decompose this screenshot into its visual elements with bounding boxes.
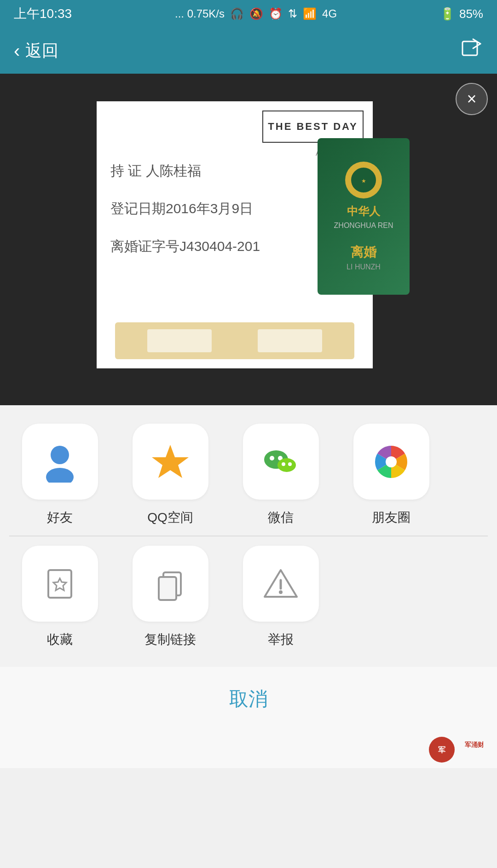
moments-icon-box <box>353 424 429 500</box>
share-icon <box>460 37 483 60</box>
main-card: THE BEST DAY APP: 爱分享 持 证 人陈桂福 登记日期2016年… <box>97 101 373 368</box>
svg-rect-16 <box>159 577 176 600</box>
svg-point-9 <box>277 458 296 472</box>
report-icon <box>262 565 299 602</box>
doc-line-2: 登记日期2016年3月9日 <box>110 199 281 218</box>
qq-icon-box <box>133 424 208 500</box>
share-item-wechat[interactable]: 微信 <box>230 424 331 526</box>
copy-icon-box <box>133 546 208 622</box>
copy-icon <box>152 565 189 602</box>
wechat-icon <box>260 441 301 483</box>
favorite-label: 收藏 <box>47 631 73 648</box>
image-area: × THE BEST DAY APP: 爱分享 持 证 人陈桂福 登记日期201… <box>0 74 497 405</box>
emblem-svg: ★ <box>350 166 377 194</box>
back-button[interactable]: ‹ 返回 <box>14 40 58 62</box>
wechat-label: 微信 <box>268 509 294 526</box>
wechat-icon-box <box>243 424 319 500</box>
share-item-friend[interactable]: 好友 <box>9 424 110 526</box>
status-bar: 上午10:33 ... 0.75K/s 🎧 🔕 ⏰ ⇅ 📶 4G 🔋 85% <box>0 0 497 28</box>
friend-label: 好友 <box>47 509 73 526</box>
share-row-1: 好友 QQ空间 <box>9 424 488 526</box>
action-item-report[interactable]: 举报 <box>230 546 331 648</box>
svg-point-19 <box>279 590 283 594</box>
alarm-icon: ⏰ <box>269 7 283 20</box>
back-label: 返回 <box>25 40 58 62</box>
svg-point-12 <box>386 456 397 467</box>
qq-star-icon <box>150 441 191 483</box>
battery-icon: 🔋 <box>440 7 455 21</box>
close-button[interactable]: × <box>456 83 488 115</box>
bottom-strip <box>115 322 354 359</box>
share-item-qq[interactable]: QQ空间 <box>120 424 221 526</box>
favorite-icon-box <box>22 546 98 622</box>
divorce-text: 离婚 <box>351 244 376 261</box>
svg-point-3 <box>51 446 69 464</box>
svg-point-10 <box>282 462 285 466</box>
passport-emblem: ★ <box>345 162 382 198</box>
svg-text:军: 军 <box>438 746 445 754</box>
bottom-logo: 军 军涌财经 <box>0 731 497 768</box>
headphone-icon: 🎧 <box>230 7 244 20</box>
nav-bar: ‹ 返回 <box>0 28 497 74</box>
share-panel: 好友 QQ空间 <box>0 405 497 667</box>
share-item-moments[interactable]: 朋友圈 <box>341 424 442 526</box>
status-battery: 🔋 85% <box>440 7 483 21</box>
svg-point-11 <box>288 462 292 466</box>
share-button[interactable] <box>460 37 483 64</box>
sync-icon: ⇅ <box>288 7 297 20</box>
moments-icon <box>370 441 412 483</box>
action-row: 收藏 复制链接 举报 <box>9 546 488 648</box>
moments-label: 朋友圈 <box>372 509 410 526</box>
svg-marker-14 <box>53 578 66 590</box>
svg-rect-13 <box>48 570 71 598</box>
svg-text:军涌财经: 军涌财经 <box>465 741 483 748</box>
action-item-favorite[interactable]: 收藏 <box>9 546 110 648</box>
passport-text2: ZHONGHUA REN <box>334 221 393 230</box>
qq-label: QQ空间 <box>147 509 193 526</box>
svg-rect-0 <box>462 41 477 55</box>
bookmark-icon <box>41 565 78 602</box>
share-divider <box>9 536 488 536</box>
cancel-area: 取消 <box>0 667 497 731</box>
report-label: 举报 <box>268 631 294 648</box>
svg-text:★: ★ <box>361 178 366 184</box>
signal-icon: 📶 <box>303 7 317 20</box>
passport-cover: ★ 中华人 ZHONGHUA REN 离婚 LI HUNZH <box>318 138 410 295</box>
status-time: 上午10:33 <box>14 5 72 23</box>
report-icon-box <box>243 546 319 622</box>
close-icon: × <box>467 89 476 109</box>
doc-line-3: 离婚证字号J430404-201 <box>110 237 281 256</box>
passport-text1: 中华人 <box>347 204 380 219</box>
svg-point-7 <box>270 456 274 460</box>
strip-block-1 <box>147 329 212 352</box>
copy-label: 复制链接 <box>144 631 196 648</box>
action-item-copy[interactable]: 复制链接 <box>120 546 221 648</box>
doc-line-1: 持 证 人陈桂福 <box>110 161 281 181</box>
svg-point-4 <box>46 468 74 483</box>
mute-icon: 🔕 <box>249 7 263 20</box>
strip-block-2 <box>258 329 322 352</box>
hunzh-text: LI HUNZH <box>347 263 381 271</box>
person-icon <box>39 441 81 483</box>
svg-marker-5 <box>152 445 189 478</box>
cancel-button[interactable]: 取消 <box>229 686 268 712</box>
friend-icon-box <box>22 424 98 500</box>
back-arrow-icon: ‹ <box>14 41 20 61</box>
status-network: ... 0.75K/s 🎧 🔕 ⏰ ⇅ 📶 4G <box>175 7 337 20</box>
junlun-logo: 军 军涌财经 <box>428 736 483 763</box>
